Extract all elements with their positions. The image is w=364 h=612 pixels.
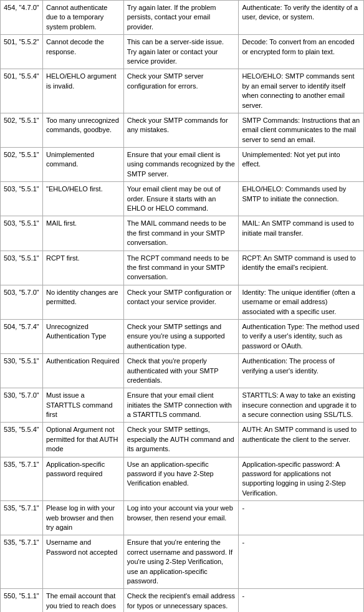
cell-code: 530, "5.5.1": [1, 354, 43, 388]
table-row: 503, "5.7.0"No identity changes are perm…: [1, 285, 364, 319]
cell-code: 504, "5.7.4": [1, 319, 43, 353]
cell-error: Cannot decode the response.: [42, 35, 123, 69]
cell-fix: Check your SMTP settings and ensure you'…: [123, 319, 239, 353]
table-row: 530, "5.7.0"Must issue a STARTTLS comman…: [1, 388, 364, 423]
cell-error: RCPT first.: [42, 251, 123, 285]
cell-definition: Authenticate: To verify the identity of …: [239, 1, 364, 35]
cell-definition: RCPT: An SMTP command is used to identif…: [239, 251, 364, 285]
table-row: 535, "5.7.1"Please log in with your web …: [1, 501, 364, 535]
cell-fix: The MAIL command needs to be the first c…: [123, 216, 239, 251]
table-row: 535, "5.5.4"Optional Argument not permit…: [1, 423, 364, 457]
table-row: 503, "5.5.1"RCPT first.The RCPT command …: [1, 251, 364, 285]
table-row: 504, "5.7.4"Unrecognized Authentication …: [1, 319, 364, 353]
cell-fix: Check that you're properly authenticated…: [123, 354, 239, 388]
cell-definition: -: [239, 535, 364, 589]
cell-definition: Identity: The unique identifier (often a…: [239, 285, 364, 319]
cell-code: 501, "5.5.2": [1, 35, 43, 69]
cell-error: Too many unrecognized commands, goodbye.: [42, 113, 123, 147]
cell-code: 502, "5.5.1": [1, 113, 43, 147]
table-row: 530, "5.5.1"Authentication RequiredCheck…: [1, 354, 364, 388]
cell-error: MAIL first.: [42, 216, 123, 251]
cell-definition: -: [239, 589, 364, 612]
cell-code: 535, "5.7.1": [1, 535, 43, 589]
table-row: 503, "5.5.1""EHLO/HELO first.Your email …: [1, 182, 364, 216]
cell-definition: Authentication Type: The method used to …: [239, 319, 364, 353]
cell-fix: Check your SMTP server configuration for…: [123, 69, 239, 113]
cell-error: Please log in with your web browser and …: [42, 501, 123, 535]
cell-definition: SMTP Commands: Instructions that an emai…: [239, 113, 364, 147]
cell-error: Unrecognized Authentication Type: [42, 319, 123, 353]
cell-fix: Ensure that you're entering the correct …: [123, 535, 239, 589]
cell-fix: The RCPT command needs to be the first c…: [123, 251, 239, 285]
cell-code: 502, "5.5.1": [1, 148, 43, 182]
cell-error: Application-specific password required: [42, 457, 123, 501]
cell-code: 454, "4.7.0": [1, 1, 43, 35]
cell-fix: Use an application-specific password if …: [123, 457, 239, 501]
cell-fix: Ensure that your email client initiates …: [123, 388, 239, 423]
cell-fix: Log into your account via your web brows…: [123, 501, 239, 535]
cell-definition: STARTTLS: A way to take an existing inse…: [239, 388, 364, 423]
cell-error: The email account that you tried to reac…: [42, 589, 123, 612]
cell-definition: EHLO/HELO: Commands used by SMTP to init…: [239, 182, 364, 216]
cell-error: No identity changes are permitted.: [42, 285, 123, 319]
cell-fix: Check your SMTP commands for any mistake…: [123, 113, 239, 147]
cell-error: "EHLO/HELO first.: [42, 182, 123, 216]
cell-code: 503, "5.5.1": [1, 182, 43, 216]
table-row: 503, "5.5.1"MAIL first.The MAIL command …: [1, 216, 364, 251]
cell-error: HELO/EHLO argument is invalid.: [42, 69, 123, 113]
table-row: 502, "5.5.1"Too many unrecognized comman…: [1, 113, 364, 147]
table-row: 535, "5.7.1"Application-specific passwor…: [1, 457, 364, 501]
table-row: 501, "5.5.4"HELO/EHLO argument is invali…: [1, 69, 364, 113]
cell-definition: -: [239, 501, 364, 535]
cell-fix: Try again later. If the problem persists…: [123, 1, 239, 35]
cell-code: 535, "5.7.1": [1, 457, 43, 501]
cell-definition: Authentication: The process of verifying…: [239, 354, 364, 388]
smtp-error-table: 454, "4.7.0"Cannot authenticate due to a…: [0, 0, 364, 612]
cell-definition: Application-specific password: A passwor…: [239, 457, 364, 501]
cell-code: 535, "5.7.1": [1, 501, 43, 535]
cell-fix: Your email client may be out of order. E…: [123, 182, 239, 216]
cell-definition: MAIL: An SMTP command is used to initiat…: [239, 216, 364, 251]
cell-fix: This can be a server-side issue. Try aga…: [123, 35, 239, 69]
table-row: 550, "5.1.1"The email account that you t…: [1, 589, 364, 612]
cell-definition: HELO/EHLO: SMTP commands sent by an emai…: [239, 69, 364, 113]
cell-error: Authentication Required: [42, 354, 123, 388]
cell-error: Optional Argument not permitted for that…: [42, 423, 123, 457]
cell-definition: Unimplemented: Not yet put into effect.: [239, 148, 364, 182]
table-row: 454, "4.7.0"Cannot authenticate due to a…: [1, 1, 364, 35]
cell-fix: Check the recipient's email address for …: [123, 589, 239, 612]
cell-fix: Check your SMTP configuration or contact…: [123, 285, 239, 319]
cell-code: 535, "5.5.4": [1, 423, 43, 457]
cell-error: Username and Password not accepted: [42, 535, 123, 589]
cell-error: Must issue a STARTTLS command first: [42, 388, 123, 423]
cell-definition: Decode: To convert from an encoded or en…: [239, 35, 364, 69]
cell-error: Cannot authenticate due to a temporary s…: [42, 1, 123, 35]
cell-code: 550, "5.1.1": [1, 589, 43, 612]
table-row: 502, "5.5.1"Unimplemented command.Ensure…: [1, 148, 364, 182]
cell-code: 503, "5.7.0": [1, 285, 43, 319]
cell-code: 503, "5.5.1": [1, 216, 43, 251]
cell-code: 501, "5.5.4": [1, 69, 43, 113]
table-row: 535, "5.7.1"Username and Password not ac…: [1, 535, 364, 589]
cell-error: Unimplemented command.: [42, 148, 123, 182]
cell-code: 530, "5.7.0": [1, 388, 43, 423]
table-row: 501, "5.5.2"Cannot decode the response.T…: [1, 35, 364, 69]
cell-code: 503, "5.5.1": [1, 251, 43, 285]
cell-definition: AUTH: An SMTP command is used to authent…: [239, 423, 364, 457]
cell-fix: Check your SMTP settings, especially the…: [123, 423, 239, 457]
cell-fix: Ensure that your email client is using c…: [123, 148, 239, 182]
